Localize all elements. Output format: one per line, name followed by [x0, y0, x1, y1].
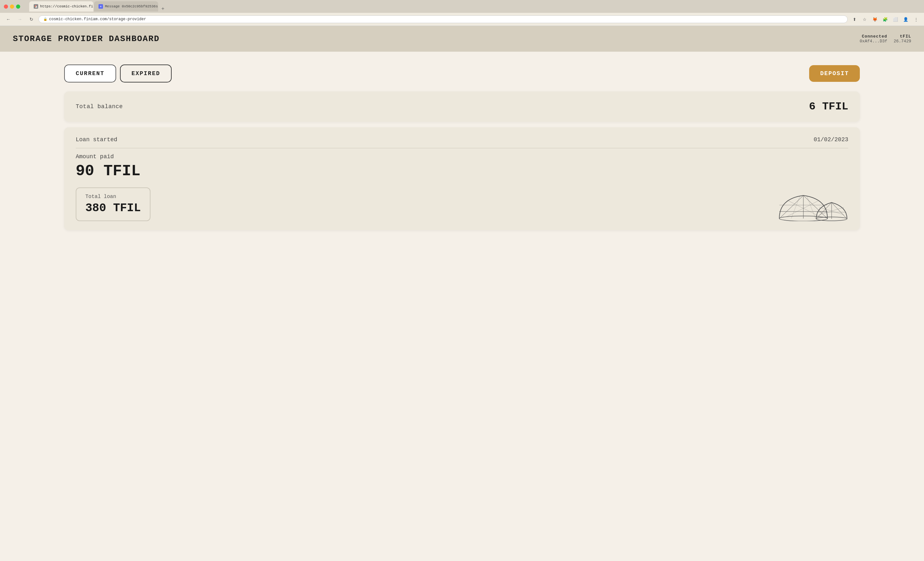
- lock-icon: 🔒: [44, 17, 47, 21]
- share-button[interactable]: ⬆: [850, 15, 858, 23]
- loan-bottom: Total loan 380 TFIL: [76, 188, 848, 221]
- loan-started-date: 01/02/2023: [814, 136, 848, 143]
- svg-line-9: [807, 195, 816, 219]
- balance-card: Total balance 6 TFIL: [64, 92, 860, 122]
- tab-favicon-2: M: [99, 4, 103, 9]
- page-title: STORAGE PROVIDER DASHBOARD: [13, 34, 160, 44]
- tab-label-1: https://cosmic-chicken.finiam...: [40, 4, 93, 8]
- browser-toolbar: ← → ↻ 🔒 cosmic-chicken.finiam.com/storag…: [0, 13, 924, 26]
- traffic-lights: [4, 4, 20, 9]
- tab-buttons-left: CURRENT EXPIRED: [64, 64, 172, 82]
- wallet-connected-col: Connected 0xAf4...D3f: [860, 34, 887, 44]
- forward-button[interactable]: →: [15, 15, 24, 24]
- total-loan-value: 380 TFIL: [86, 201, 141, 215]
- total-loan-label: Total loan: [86, 194, 141, 200]
- loan-started-row: Loan started 01/02/2023: [76, 136, 848, 148]
- sidebar-button[interactable]: ⬜: [891, 15, 900, 23]
- wallet-connected-label: Connected: [862, 34, 887, 39]
- wallet-tfil-label: tFIL: [900, 34, 911, 39]
- address-bar[interactable]: 🔒 cosmic-chicken.finiam.com/storage-prov…: [39, 15, 848, 23]
- balance-value: 6 TFIL: [809, 100, 848, 112]
- amount-paid-value: 90 TFIL: [76, 162, 848, 180]
- bookmark-button[interactable]: ☆: [861, 15, 869, 23]
- browser-tab-1[interactable]: 🐔 https://cosmic-chicken.finiam... ✕: [29, 1, 93, 12]
- menu-button[interactable]: ⋮: [912, 15, 920, 23]
- total-loan-box: Total loan 380 TFIL: [76, 188, 150, 221]
- maximize-button[interactable]: [16, 4, 20, 9]
- loan-started-label: Loan started: [76, 136, 117, 143]
- wallet-tfil-col: tFIL 26.7429: [894, 34, 911, 44]
- wallet-info: Connected 0xAf4...D3f tFIL 26.7429: [860, 34, 911, 44]
- app-main: CURRENT EXPIRED DEPOSIT Total balance 6 …: [0, 52, 924, 561]
- toolbar-actions: ⬆ ☆ 🦊 🧩 ⬜ 👤 ⋮: [850, 15, 920, 23]
- wallet-address: 0xAf4...D3f: [860, 39, 887, 44]
- dome-svg: [778, 189, 848, 221]
- expired-tab-button[interactable]: EXPIRED: [120, 64, 172, 82]
- minimize-button[interactable]: [10, 4, 14, 9]
- svg-line-8: [791, 195, 800, 219]
- back-button[interactable]: ←: [4, 15, 13, 24]
- url-text: cosmic-chicken.finiam.com/storage-provid…: [49, 17, 146, 21]
- deposit-button[interactable]: DEPOSIT: [809, 65, 860, 82]
- balance-label: Total balance: [76, 104, 123, 110]
- tab-favicon-1: 🐔: [34, 4, 38, 9]
- app-header: STORAGE PROVIDER DASHBOARD Connected 0xA…: [0, 26, 924, 52]
- extensions-button[interactable]: 🦊: [871, 15, 879, 23]
- loan-card: Loan started 01/02/2023 Amount paid 90 T…: [64, 128, 860, 230]
- amount-paid-label: Amount paid: [76, 153, 848, 160]
- close-button[interactable]: [4, 4, 8, 9]
- tab-label-2: Message 0x50c2c95bf92536s...: [105, 4, 158, 8]
- current-tab-button[interactable]: CURRENT: [64, 64, 116, 82]
- puzzle-button[interactable]: 🧩: [881, 15, 890, 23]
- tab-bar: 🐔 https://cosmic-chicken.finiam... ✕ M M…: [26, 1, 920, 12]
- browser-titlebar: 🐔 https://cosmic-chicken.finiam... ✕ M M…: [0, 0, 924, 13]
- new-tab-button[interactable]: +: [159, 6, 167, 12]
- browser-chrome: 🐔 https://cosmic-chicken.finiam... ✕ M M…: [0, 0, 924, 26]
- wallet-tfil-value: 26.7429: [894, 39, 911, 44]
- reload-button[interactable]: ↻: [27, 15, 36, 24]
- amount-paid-section: Amount paid 90 TFIL: [76, 153, 848, 180]
- dome-illustration: [778, 189, 848, 221]
- tab-buttons-row: CURRENT EXPIRED DEPOSIT: [64, 64, 860, 82]
- profile-button[interactable]: 👤: [902, 15, 910, 23]
- browser-tab-2[interactable]: M Message 0x50c2c95bf92536s... ✕: [94, 1, 158, 12]
